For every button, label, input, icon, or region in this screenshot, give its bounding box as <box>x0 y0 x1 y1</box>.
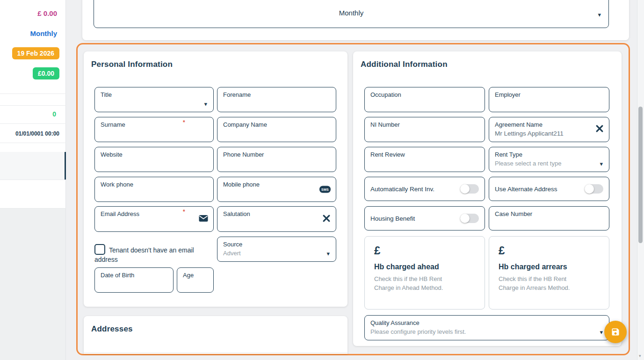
age-input[interactable]: Age <box>177 267 214 293</box>
quality-assurance-label: Quality Assurance <box>370 319 603 326</box>
divider <box>0 123 66 124</box>
surname-input[interactable]: Surname * <box>94 117 214 142</box>
required-marker: * <box>183 209 185 215</box>
active-section-outline: Personal Information Title ▾ Forename Su… <box>76 43 630 355</box>
work-phone-label: Work phone <box>101 181 208 188</box>
envelope-icon <box>199 215 208 223</box>
divider <box>0 143 66 143</box>
sidebar-timestamp: 01/01/0001 00:00 <box>15 130 59 137</box>
no-email-checkbox[interactable] <box>94 244 105 255</box>
auto-rent-inv-label: Automatically Rent Inv. <box>370 186 434 193</box>
hb-charged-arrears-panel[interactable]: £ Hb charged arrears Check this if the H… <box>489 236 609 310</box>
phone-number-label: Phone Number <box>223 151 330 158</box>
personal-information-heading: Personal Information <box>91 60 173 69</box>
forename-label: Forename <box>223 91 330 98</box>
personal-information-card: Personal Information Title ▾ Forename Su… <box>84 51 347 307</box>
sms-icon: SMS <box>319 186 331 193</box>
sidebar-active-row[interactable] <box>0 152 66 180</box>
hb-charged-ahead-panel[interactable]: £ Hb charged ahead Check this if the HB … <box>364 236 485 310</box>
tools-icon[interactable] <box>322 214 331 224</box>
ni-number-label: NI Number <box>370 121 479 128</box>
company-name-label: Company Name <box>223 121 330 128</box>
sidebar-footer-area <box>0 209 65 360</box>
surname-label: Surname <box>101 121 208 128</box>
header-card: Monthly ▾ <box>82 0 629 40</box>
toggle-knob <box>460 184 470 194</box>
use-alternate-address-toggle[interactable] <box>585 184 603 194</box>
divider <box>0 94 66 94</box>
scrollbar-track[interactable]: ▾ <box>637 0 644 360</box>
use-alternate-address-toggle-field: Use Alternate Address <box>489 177 609 201</box>
chevron-down-icon: ▾ <box>598 12 601 18</box>
title-select[interactable]: Title ▾ <box>94 87 214 112</box>
forename-input[interactable]: Forename <box>217 87 336 112</box>
chevron-down-icon: ▾ <box>326 251 330 257</box>
sidebar-amount-due: £ 0.00 <box>37 9 57 17</box>
tools-icon[interactable] <box>595 124 604 135</box>
additional-information-heading: Additional Information <box>361 60 448 69</box>
save-button[interactable] <box>604 321 627 343</box>
hb-arrears-description: Check this if the HB Rent Charge in Arre… <box>499 275 581 293</box>
sidebar: £ 0.00 Monthly 19 Feb 2026 £0.00 0 01/01… <box>0 0 66 360</box>
housing-benefit-toggle-field: Housing Benefit <box>364 206 485 230</box>
case-number-input[interactable]: Case Number <box>489 206 609 230</box>
chevron-down-icon: ▾ <box>600 329 603 335</box>
hb-ahead-title: Hb charged ahead <box>374 263 475 271</box>
hb-arrears-title: Hb charged arrears <box>499 263 600 271</box>
mobile-phone-input[interactable]: Mobile phone SMS <box>217 177 336 202</box>
salutation-label: Salutation <box>223 210 330 217</box>
salutation-input[interactable]: Salutation <box>217 206 336 232</box>
additional-information-card: Additional Information Occupation Employ… <box>353 51 622 346</box>
rent-type-placeholder: Please select a rent type <box>495 160 603 167</box>
hb-ahead-description: Check this if the HB Rent Charge in Ahea… <box>374 275 456 293</box>
title-label: Title <box>101 91 208 98</box>
toggle-knob <box>585 184 594 194</box>
rent-review-label: Rent Review <box>370 151 479 158</box>
email-address-label: Email Address <box>101 210 208 217</box>
sidebar-count: 0 <box>52 110 56 118</box>
source-select[interactable]: Source Advert ▾ <box>217 237 336 262</box>
divider <box>0 180 66 180</box>
mobile-phone-label: Mobile phone <box>223 181 330 188</box>
divider <box>84 353 347 353</box>
rent-type-select[interactable]: Rent Type Please select a rent type ▾ <box>489 147 609 172</box>
pound-icon: £ <box>374 245 475 256</box>
company-name-input[interactable]: Company Name <box>217 117 336 142</box>
source-value: Advert <box>223 250 330 257</box>
frequency-select[interactable]: Monthly ▾ <box>94 0 609 28</box>
date-of-birth-input[interactable]: Date of Birth <box>94 267 174 293</box>
agreement-name-label: Agreement Name <box>495 121 603 128</box>
date-badge: 19 Feb 2026 <box>12 47 59 59</box>
housing-benefit-toggle[interactable] <box>460 214 479 223</box>
occupation-input[interactable]: Occupation <box>364 87 485 112</box>
age-label: Age <box>183 272 208 279</box>
agreement-name-value: Mr Lettings Applicant211 <box>495 130 603 137</box>
email-address-input[interactable]: Email Address * <box>94 206 214 232</box>
date-of-birth-label: Date of Birth <box>101 272 167 279</box>
rent-type-label: Rent Type <box>495 151 603 158</box>
scroll-down-arrow-icon[interactable]: ▾ <box>639 353 641 358</box>
work-phone-input[interactable]: Work phone <box>94 177 214 202</box>
quality-assurance-placeholder: Please configure priority levels first. <box>370 328 603 335</box>
no-email-checkbox-label: Tenant doesn't have an email address <box>94 246 194 263</box>
website-input[interactable]: Website <box>94 147 214 172</box>
housing-benefit-label: Housing Benefit <box>370 215 415 222</box>
phone-number-input[interactable]: Phone Number <box>217 147 336 172</box>
pound-icon: £ <box>499 245 600 256</box>
rent-review-input[interactable]: Rent Review <box>364 147 485 172</box>
auto-rent-inv-toggle[interactable] <box>460 184 479 194</box>
chevron-down-icon: ▾ <box>204 101 207 107</box>
quality-assurance-select[interactable]: Quality Assurance Please configure prior… <box>364 315 609 340</box>
app-screen: £ 0.00 Monthly 19 Feb 2026 £0.00 0 01/01… <box>0 0 644 360</box>
addresses-card: Addresses <box>84 316 347 354</box>
balance-badge: £0.00 <box>33 67 59 79</box>
addresses-heading: Addresses <box>91 324 133 334</box>
agreement-name-input[interactable]: Agreement Name Mr Lettings Applicant211 <box>489 117 609 142</box>
no-email-checkbox-row[interactable]: Tenant doesn't have an email address <box>94 244 212 265</box>
scrollbar-thumb[interactable] <box>638 107 643 243</box>
employer-input[interactable]: Employer <box>489 87 609 112</box>
ni-number-input[interactable]: NI Number <box>364 117 485 142</box>
employer-label: Employer <box>495 91 603 98</box>
sidebar-frequency: Monthly <box>30 29 58 37</box>
frequency-select-value: Monthly <box>94 9 608 17</box>
